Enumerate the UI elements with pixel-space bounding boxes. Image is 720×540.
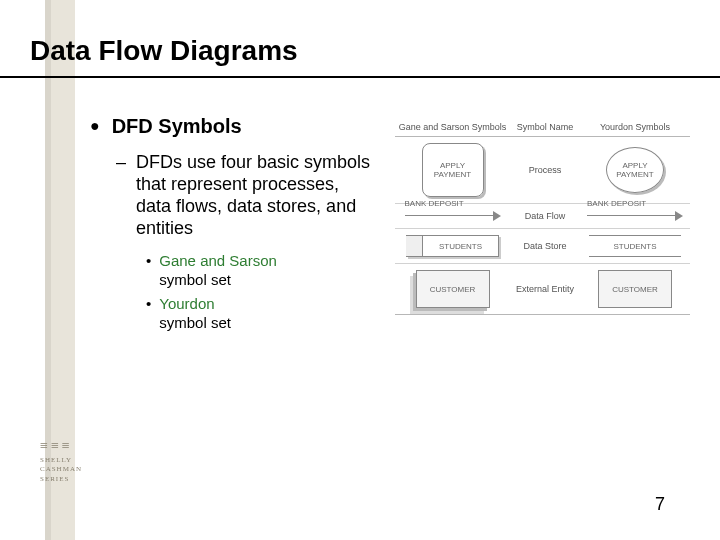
bullet-3a-rest: symbol set	[159, 271, 379, 290]
y-dataflow-label: BANK DEPOSIT	[587, 199, 646, 208]
term-yourdon: Yourdon	[159, 295, 379, 314]
bullet-level-1: DFD Symbols	[90, 115, 385, 138]
page-title: Data Flow Diagrams	[30, 35, 298, 67]
content-block: DFD Symbols DFDs use four basic symbols …	[90, 115, 385, 339]
arrow-icon	[675, 211, 683, 221]
symbols-figure: Gane and Sarson Symbols Symbol Name Your…	[395, 118, 690, 315]
gs-dataflow-symbol: BANK DEPOSIT	[405, 210, 501, 222]
bullet-level-2: DFDs use four basic symbols that represe…	[116, 152, 385, 240]
page-number: 7	[655, 494, 665, 515]
term-gane-sarson: Gane and Sarson	[159, 252, 379, 271]
figure-row-entity: CUSTOMER External Entity CUSTOMER	[395, 264, 690, 315]
brand-line-1: SHELLY	[40, 456, 100, 466]
figure-row-dataflow: BANK DEPOSIT Data Flow BANK DEPOSIT	[395, 204, 690, 229]
brand-glyphs: ≡≡≡	[40, 436, 100, 456]
title-underline	[0, 76, 720, 78]
brand-mark: ≡≡≡ SHELLY CASHMAN SERIES	[40, 436, 100, 485]
y-process-symbol: APPLY PAYMENT	[606, 147, 664, 193]
figure-header-row: Gane and Sarson Symbols Symbol Name Your…	[395, 118, 690, 137]
gs-entity-symbol: CUSTOMER	[416, 270, 490, 308]
symbol-name-dataflow: Data Flow	[510, 211, 580, 221]
y-entity-symbol: CUSTOMER	[598, 270, 672, 308]
y-datastore-symbol: STUDENTS	[589, 235, 681, 257]
gs-datastore-symbol: STUDENTS	[406, 235, 499, 257]
brand-line-2: CASHMAN	[40, 465, 100, 475]
bullet-level-3a: Gane and Sarson symbol set	[146, 252, 385, 290]
figure-header-gs: Gane and Sarson Symbols	[395, 122, 510, 132]
brand-line-3: SERIES	[40, 475, 100, 485]
gs-process-symbol: APPLY PAYMENT	[422, 143, 484, 197]
figure-row-datastore: STUDENTS Data Store STUDENTS	[395, 229, 690, 264]
symbol-name-entity: External Entity	[510, 284, 580, 294]
figure-header-name: Symbol Name	[510, 122, 580, 132]
bullet-level-2-text: DFDs use four basic symbols that represe…	[136, 152, 376, 240]
figure-header-y: Yourdon Symbols	[580, 122, 690, 132]
symbol-name-datastore: Data Store	[510, 241, 580, 251]
symbol-name-process: Process	[510, 165, 580, 175]
figure-row-process: APPLY PAYMENT Process APPLY PAYMENT	[395, 137, 690, 204]
arrow-icon	[493, 211, 501, 221]
y-dataflow-symbol: BANK DEPOSIT	[587, 210, 683, 222]
gs-dataflow-label: BANK DEPOSIT	[405, 199, 464, 208]
bullet-3b-rest: symbol set	[159, 314, 379, 333]
gs-datastore-label: STUDENTS	[423, 242, 498, 251]
bullet-level-3b: Yourdon symbol set	[146, 295, 385, 333]
